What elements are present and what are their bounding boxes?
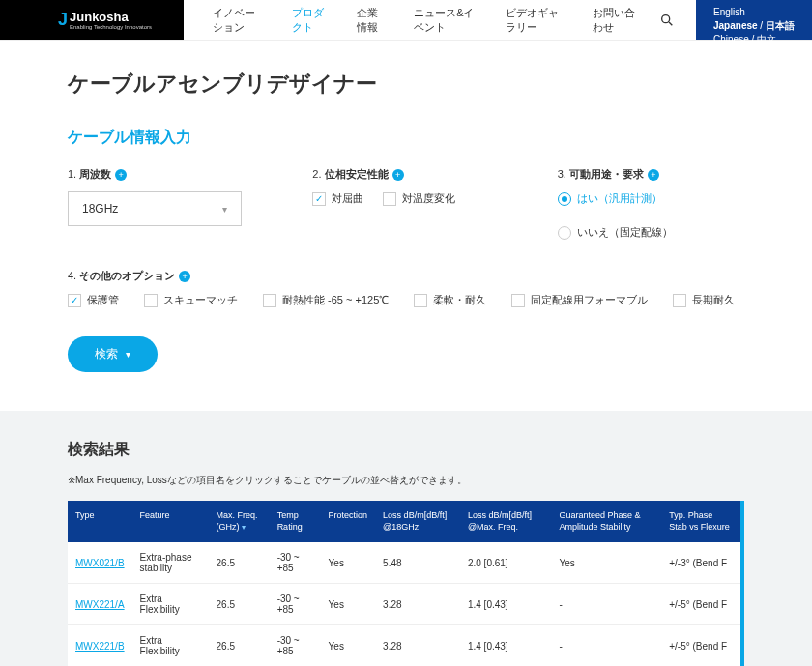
other-option[interactable]: 耐熱性能 -65 ~ +125℃ <box>263 293 389 307</box>
svg-point-0 <box>662 14 670 22</box>
type-link[interactable]: MWX021/B <box>75 558 125 568</box>
col-header[interactable]: Typ. Phase Stab vs Flexure <box>661 501 740 542</box>
section-title: ケーブル情報入力 <box>68 128 744 148</box>
chevron-down-icon: ▾ <box>126 349 130 360</box>
checkbox-icon <box>673 294 686 307</box>
nav-item[interactable]: イノベーション <box>213 6 265 35</box>
chevron-down-icon: ▾ <box>222 204 227 215</box>
other-option[interactable]: 保護管 <box>68 293 119 307</box>
freq-label: 周波数 <box>79 168 111 180</box>
type-link[interactable]: MWX221/A <box>75 599 125 610</box>
checkbox-icon <box>144 294 158 307</box>
other-option[interactable]: 柔軟・耐久 <box>414 293 486 307</box>
info-icon[interactable]: + <box>115 169 127 181</box>
topbar: J Junkosha Enabling Technology Innovator… <box>0 0 812 41</box>
table-row: MWX021/BExtra-phase stability26.5-30 ~ +… <box>68 542 740 584</box>
frequency-value: 18GHz <box>82 202 118 216</box>
phase-option[interactable]: 対屈曲 <box>312 191 363 206</box>
checkbox-icon <box>383 192 396 206</box>
col-header[interactable]: Type <box>68 501 132 542</box>
radio-icon <box>558 192 571 206</box>
info-icon[interactable]: + <box>392 169 404 181</box>
radio-icon <box>558 226 571 240</box>
col-header[interactable]: Guaranteed Phase & Amplitude Stability <box>551 501 661 542</box>
nav-item[interactable]: お問い合わせ <box>593 6 638 35</box>
table-row: MWX221/AExtra Flexibility26.5-30 ~ +85Ye… <box>68 584 740 625</box>
nav-item[interactable]: ニュース&イベント <box>414 6 478 35</box>
logo-mark-icon: J <box>58 10 68 30</box>
other-option[interactable]: スキューマッチ <box>144 293 238 307</box>
info-icon[interactable]: + <box>648 169 659 181</box>
svg-line-1 <box>669 22 672 25</box>
checkbox-icon <box>414 294 427 307</box>
results-note: ※Max Frequency, Lossなどの項目名をクリックすることでケーブル… <box>68 474 744 487</box>
other-opts-label: その他のオプション <box>79 270 175 281</box>
usage-option[interactable]: いいえ（固定配線） <box>558 225 673 240</box>
col-header[interactable]: Temp Rating <box>270 501 321 542</box>
type-link[interactable]: MWX221/B <box>75 641 125 652</box>
info-icon[interactable]: + <box>179 271 190 282</box>
col-header[interactable]: Max. Freq. (GHz) ▾ <box>209 501 270 542</box>
checkbox-icon <box>312 192 326 206</box>
results-heading: 検索結果 <box>68 440 744 460</box>
other-option[interactable]: 長期耐久 <box>673 293 735 307</box>
usage-option[interactable]: はい（汎用計測） <box>558 191 662 206</box>
sort-indicator-icon: ▾ <box>240 523 246 532</box>
main-nav: イノベーションプロダクト企業情報ニュース&イベントビデオギャラリーお問い合わせ <box>184 0 638 40</box>
col-header[interactable]: Protection <box>321 501 376 542</box>
logo[interactable]: J Junkosha Enabling Technology Innovator… <box>0 0 184 40</box>
checkbox-icon <box>511 294 525 307</box>
nav-item[interactable]: 企業情報 <box>357 6 387 35</box>
page-title: ケーブルアセンブリデザイナー <box>68 70 744 99</box>
brand-tagline: Enabling Technology Innovators <box>70 24 152 30</box>
search-button[interactable]: 検索 ▾ <box>68 336 158 372</box>
nav-item[interactable]: プロダクト <box>292 6 330 35</box>
frequency-select[interactable]: 18GHz ▾ <box>68 191 242 226</box>
search-icon[interactable] <box>638 0 696 40</box>
nav-item[interactable]: ビデオギャラリー <box>506 6 566 35</box>
phase-option[interactable]: 対温度変化 <box>383 191 455 206</box>
lang-cn-left[interactable]: Chinese <box>713 34 749 44</box>
col-header[interactable]: Loss dB/m[dB/ft] @18GHz <box>375 501 460 542</box>
usage-label: 可動用途・要求 <box>569 168 644 180</box>
results-table: TypeFeatureMax. Freq. (GHz) ▾Temp Rating… <box>68 501 740 666</box>
lang-english[interactable]: English <box>713 6 795 19</box>
table-row: MWX221/BExtra Flexibility26.5-30 ~ +85Ye… <box>68 625 740 666</box>
phase-label: 位相安定性能 <box>325 168 389 180</box>
language-switcher[interactable]: English Japanese / 日本語 Chinese / 中文 <box>696 0 812 40</box>
lang-cn-right[interactable]: 中文 <box>757 34 776 44</box>
lang-jp-left[interactable]: Japanese <box>713 20 758 31</box>
brand-name: Junkosha <box>70 10 129 24</box>
search-button-label: 検索 <box>95 346 118 362</box>
lang-jp-right[interactable]: 日本語 <box>766 20 795 31</box>
other-option[interactable]: 固定配線用フォーマブル <box>511 293 648 307</box>
checkbox-icon <box>68 294 81 307</box>
col-header[interactable]: Feature <box>132 501 209 542</box>
col-header[interactable]: Loss dB/m[dB/ft] @Max. Freq. <box>460 501 552 542</box>
checkbox-icon <box>263 294 276 307</box>
